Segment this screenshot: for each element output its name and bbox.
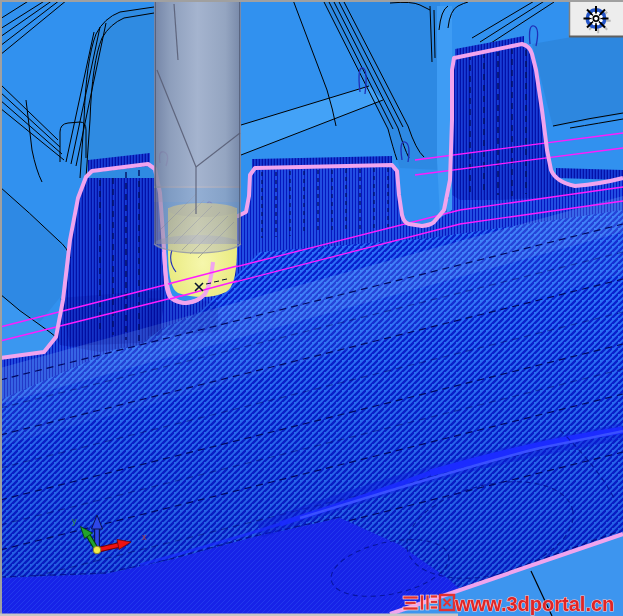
svg-text:y: y [72,516,77,526]
svg-text:x: x [142,532,147,542]
svg-text:www.3dportal.cn: www.3dportal.cn [454,593,614,615]
